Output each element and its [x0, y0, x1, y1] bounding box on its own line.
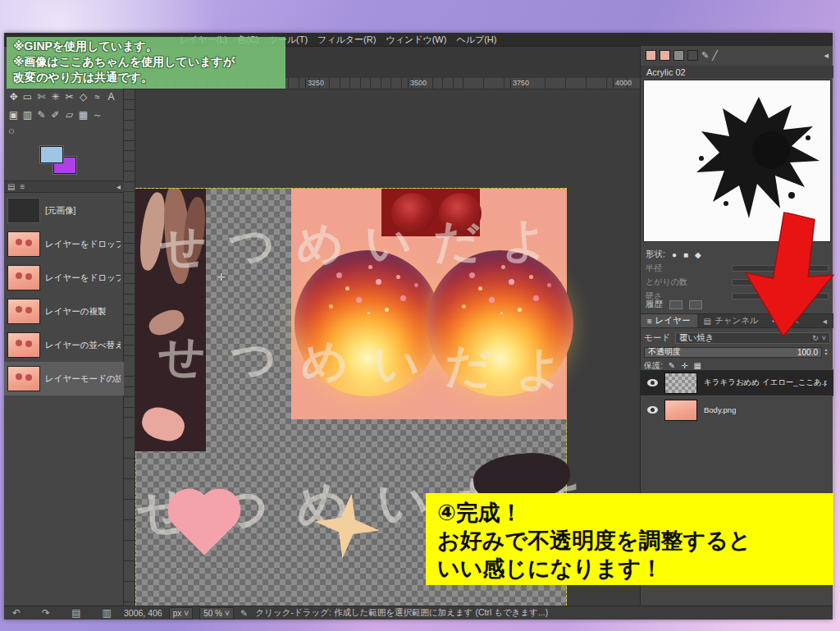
sparkle-speckles [500, 312, 503, 314]
toolbox-panel: ✥ ▭ ✄ ✳ ✂ ◇ ≈ A ▣ ▥ ✎ ✐ ▱ ▦ ～ ○ ▤ ≡ [4, 47, 124, 606]
layer-thumbnail [664, 373, 697, 394]
redo-icon[interactable]: ↷ [42, 607, 50, 619]
tab-layers[interactable]: ≡ レイヤー [641, 314, 697, 327]
list-item[interactable]: レイヤーの並べ替え [4, 328, 124, 362]
green-note-line: ※GINPを使用しています。 [13, 39, 279, 54]
chevron-left-icon[interactable]: ◂ [116, 182, 121, 191]
param-label: 半径 [646, 263, 662, 274]
gradient-tool-icon[interactable]: ▥ [21, 106, 34, 124]
layer-name: キラキラおめめ イエロー_ここあ.png [704, 377, 827, 388]
image-label: レイヤーモードの設定 [45, 373, 121, 385]
tab-label: レイヤー [655, 315, 691, 327]
ruler-label: 3750 [510, 79, 529, 88]
layer-visibility-eye-icon[interactable] [647, 406, 658, 414]
open-image-tab-icon[interactable] [646, 50, 656, 61]
green-note-line: ※画像はここあちゃんを使用していますが [13, 54, 279, 70]
opacity-value: 100.0 [797, 348, 818, 357]
cursor-crosshair-icon: ✛ [217, 272, 226, 283]
yellow-note-line: ④完成！ [437, 499, 822, 527]
ruler-label: 3500 [408, 79, 427, 88]
vertical-ruler [124, 89, 135, 606]
grid-icon: ▤ [704, 317, 711, 326]
menu-windows[interactable]: ウィンドウ(W) [386, 34, 446, 46]
open-image-tab-icon[interactable] [673, 50, 684, 61]
free-select-tool-icon[interactable]: ✄ [34, 88, 48, 106]
warp-tool-icon[interactable]: ≈ [90, 88, 104, 106]
sparkle-speckles [368, 312, 370, 314]
opacity-slider[interactable]: 不透明度 100.0 [644, 347, 822, 358]
spin-down-icon[interactable]: ▾ [824, 352, 827, 356]
list-item[interactable]: レイヤーをドロップ [4, 261, 124, 295]
list-item[interactable]: レイヤーの複製 [4, 295, 124, 328]
statusbar-toolbox-icons: ↶ ↷ ▤ ▥ [4, 607, 124, 619]
paintbrush-tool-icon[interactable]: ✐ [48, 106, 62, 124]
layer-opacity-row: 不透明度 100.0 ▴ ▾ [644, 346, 830, 358]
pencil-icon[interactable]: ✎ [701, 50, 709, 61]
layer-visibility-eye-icon[interactable] [647, 379, 658, 386]
mode-label: モード [644, 332, 670, 344]
statusbar-hint: クリック-ドラッグ: 作成した範囲を選択範囲に加えます (Ctrl もできます.… [256, 607, 549, 619]
document-icon[interactable]: ▤ [7, 182, 15, 191]
status-bar: ↶ ↷ ▤ ▥ 3006, 406 px ˅ 50 % ˅ ✎ クリック-ドラッ… [4, 606, 833, 620]
history-thumbnail[interactable] [689, 300, 702, 309]
eraser-tool-icon[interactable]: ▱ [62, 106, 76, 124]
yellow-note-line: いい感じになります！ [437, 555, 822, 583]
slash-icon[interactable]: ╱ [712, 50, 718, 61]
image-thumbnail [7, 265, 40, 290]
green-note-line: 改変のやり方は共通です。 [13, 70, 279, 85]
open-image-tab-icon[interactable] [660, 50, 670, 61]
open-image-tab-icon[interactable] [687, 50, 698, 61]
document-icon[interactable]: ▤ [71, 607, 80, 619]
image-label: レイヤーの複製 [45, 306, 106, 318]
images-dialog-header: ▤ ≡ ◂ [4, 181, 124, 193]
undo-icon[interactable]: ↶ [12, 607, 21, 619]
image-label: [元画像] [45, 205, 75, 217]
opacity-spinner[interactable]: ▴ ▾ [822, 348, 830, 356]
transform-tool-icon[interactable]: ◇ [76, 88, 90, 106]
menu-lines-icon[interactable]: ≡ [20, 182, 25, 191]
screenshot-stage: レイヤー(L) 色(C) ツール(T) フィルター(R) ウィンドウ(W) ヘル… [0, 0, 840, 631]
image-thumbnail [7, 231, 40, 257]
brush-name-label: Acrylic 02 [641, 66, 833, 78]
list-item[interactable]: レイヤーをドロップ [4, 227, 124, 261]
unit-dropdown[interactable]: px ˅ [169, 607, 193, 620]
cursor-position: 3006, 406 [124, 608, 162, 618]
dock-toolbar: ✎ ╱ ◂ [641, 48, 833, 62]
list-item-selected[interactable]: レイヤーモードの設定 [4, 362, 124, 396]
image-thumbnail [7, 332, 40, 358]
pencil-tool-icon[interactable]: ✎ [34, 106, 48, 124]
ruler-label: 3250 [305, 79, 324, 88]
text-tool-icon[interactable]: A [104, 88, 118, 106]
zoom-value: 50 % [203, 609, 222, 618]
foreground-color-swatch[interactable] [40, 146, 63, 163]
chevron-left-icon[interactable]: ◂ [824, 50, 829, 61]
zoom-tool-icon[interactable]: ○ [8, 125, 15, 137]
bucket-fill-tool-icon[interactable]: ▣ [7, 106, 21, 124]
layer-name: Body.png [704, 405, 736, 414]
crop-tool-icon[interactable]: ✂ [62, 88, 76, 106]
layer-row-body[interactable]: Body.png [641, 396, 833, 423]
fuzzy-select-tool-icon[interactable]: ✳ [48, 88, 62, 106]
menu-lines-icon: ≡ [647, 317, 652, 326]
clone-tool-icon[interactable]: ▦ [76, 106, 90, 124]
image-thumbnail [7, 299, 40, 324]
move-tool-icon[interactable]: ✥ [7, 88, 21, 106]
layer-row-sparkle-eyes[interactable]: キラキラおめめ イエロー_ここあ.png [641, 369, 833, 396]
rectangle-select-tool-icon[interactable]: ▭ [21, 88, 34, 106]
param-label: とがりの数 [646, 277, 687, 288]
diamond-shape-icon[interactable]: ◆ [695, 250, 701, 259]
printer-icon[interactable]: ▥ [102, 607, 111, 619]
circle-shape-icon[interactable]: ● [672, 250, 677, 259]
images-list: [元画像] レイヤーをドロップ レイヤーをドロップ レイヤーの複製 レイヤーの並… [4, 194, 124, 396]
square-shape-icon[interactable]: ■ [683, 250, 688, 259]
tool-grid: ✥ ▭ ✄ ✳ ✂ ◇ ≈ A ▣ ▥ ✎ ✐ ▱ ▦ ～ [7, 88, 121, 124]
smudge-tool-icon[interactable]: ～ [90, 106, 104, 124]
list-item[interactable]: [元画像] [4, 194, 124, 227]
menu-filters[interactable]: フィルター(R) [317, 34, 376, 46]
history-thumbnail[interactable] [669, 300, 682, 309]
menu-help[interactable]: ヘルプ(H) [456, 34, 496, 46]
artwork-blob [138, 403, 188, 446]
zoom-dropdown[interactable]: 50 % ˅ [199, 607, 234, 620]
ruler-label: 4000 [613, 79, 632, 88]
shape-label: 形状: [646, 249, 665, 260]
